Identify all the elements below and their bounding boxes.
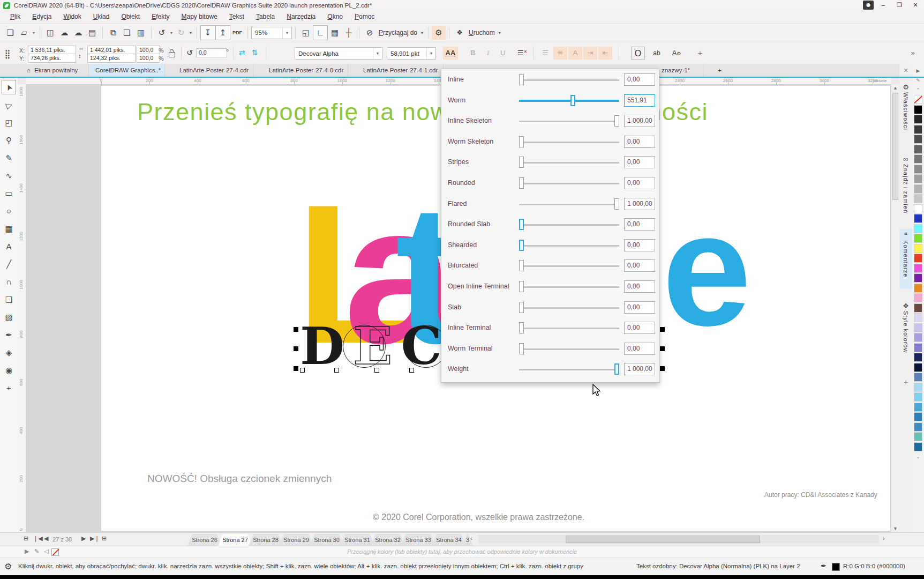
- text-properties-button[interactable]: A⚙: [668, 47, 685, 60]
- pdf-icon[interactable]: PDF: [230, 26, 244, 40]
- show-grid-icon[interactable]: ▦: [328, 26, 342, 40]
- vf-value-rounded-slab[interactable]: 0,00: [624, 218, 655, 231]
- drop-cap-button[interactable]: A: [568, 47, 582, 60]
- vf-slider-thumb-open-inline-terminal[interactable]: [519, 281, 524, 292]
- vf-slider-rounded[interactable]: [519, 183, 619, 184]
- outline-position-button[interactable]: O: [631, 47, 645, 60]
- chevron-down-icon[interactable]: ▾: [419, 31, 425, 35]
- copyright-caption[interactable]: © 2020 Corel Corporation, wszelkie prawa…: [373, 513, 584, 522]
- color-swatch-8a8a8a[interactable]: [914, 165, 922, 174]
- vertical-scroll-thumb[interactable]: [892, 93, 898, 200]
- collapse-propbar-button[interactable]: »: [906, 47, 919, 60]
- font-size-combo[interactable]: 58,901 pkt ▾: [387, 47, 436, 60]
- add-property-button[interactable]: +: [694, 47, 707, 60]
- bold-button[interactable]: B: [467, 47, 479, 60]
- vf-slider-rounded-slab[interactable]: [519, 224, 619, 226]
- add-docker-icon[interactable]: +: [899, 378, 912, 387]
- vf-slider-worm-terminal[interactable]: [519, 348, 619, 350]
- scroll-down-icon[interactable]: ▼: [891, 525, 899, 532]
- pick-tool[interactable]: ➤: [2, 80, 16, 94]
- color-swatch-262626[interactable]: [914, 115, 922, 124]
- color-swatch-3a3a3a[interactable]: [914, 125, 922, 134]
- vf-slider-inline[interactable]: [519, 79, 619, 81]
- vf-value-worm-skeleton[interactable]: 0,00: [624, 136, 655, 148]
- color-swatch-ef4fd8[interactable]: [914, 264, 922, 273]
- page-tab-strona-33[interactable]: Strona 33: [401, 534, 435, 546]
- vf-slider-thumb-bifurcated[interactable]: [519, 260, 524, 271]
- vf-slider-thumb-shearded[interactable]: [519, 240, 524, 251]
- increase-indent-button[interactable]: ⇥: [583, 47, 597, 60]
- menu-pomoc[interactable]: Pomoc: [349, 11, 380, 23]
- mirror-vertical-icon[interactable]: ⇅: [252, 48, 258, 57]
- artwork-letter-e[interactable]: e: [662, 189, 752, 350]
- chevron-down-icon[interactable]: ▾: [497, 31, 502, 35]
- vf-slider-thumb-rounded[interactable]: [519, 177, 524, 189]
- document-tab-latinarte-poster-27-4-0-cdr[interactable]: LatinArte-Poster-27-4-0.cdr: [264, 64, 348, 77]
- italic-button[interactable]: I: [482, 47, 494, 60]
- scale-v-field[interactable]: 100,0: [137, 54, 160, 63]
- glyph-node-marker[interactable]: [300, 368, 305, 373]
- page-tab-strona-32[interactable]: Strona 32: [371, 534, 405, 546]
- freehand-tool[interactable]: ✎: [2, 151, 16, 165]
- chevron-down-icon[interactable]: ▾: [31, 31, 36, 35]
- color-swatch-e8891d[interactable]: [914, 284, 922, 293]
- color-swatch-5b82b5[interactable]: [914, 373, 922, 382]
- object-height-field[interactable]: 124,32 piks.: [87, 54, 136, 63]
- text-tool[interactable]: A: [2, 239, 16, 254]
- zoom-tool[interactable]: ⚲: [2, 133, 16, 147]
- vf-value-inline-terminal[interactable]: 0,00: [624, 322, 655, 334]
- vf-slider-thumb-slab[interactable]: [519, 302, 524, 313]
- color-swatch-1f6da0[interactable]: [914, 442, 922, 451]
- new-document-tab-button[interactable]: +: [712, 64, 726, 77]
- color-swatch-2d7fb8[interactable]: [914, 412, 922, 421]
- page-tab-strona-34[interactable]: Strona 34: [432, 534, 466, 546]
- ellipse-tool[interactable]: ○: [2, 204, 16, 218]
- play-icon[interactable]: ▶: [25, 548, 29, 555]
- artistic-media-tool[interactable]: ∿: [2, 168, 16, 183]
- color-swatch-ffffff[interactable]: [914, 204, 922, 213]
- last-page-button[interactable]: ▶❘: [90, 535, 100, 542]
- vf-slider-bifurcated[interactable]: [519, 265, 619, 267]
- vf-value-shearded[interactable]: 0,00: [624, 239, 655, 251]
- y-position-field[interactable]: 734,26 piks.: [28, 54, 76, 63]
- vf-value-worm-terminal[interactable]: 0,00: [624, 343, 655, 355]
- vertical-scrollbar[interactable]: ▲ ▼: [891, 84, 899, 532]
- document-tab-coreldraw-graphics[interactable]: CorelDRAW Graphics..*: [90, 64, 165, 77]
- vf-slider-thumb-worm-skeleton[interactable]: [519, 136, 524, 147]
- snap-off-icon[interactable]: ⊘: [363, 26, 377, 40]
- save-icon[interactable]: ◫: [43, 26, 57, 40]
- vf-value-slab[interactable]: 0,00: [624, 301, 655, 314]
- vf-value-bifurcated[interactable]: 0,00: [624, 259, 655, 272]
- vf-slider-thumb-inline-skeleton[interactable]: [614, 115, 619, 127]
- color-swatch-7a1ea6[interactable]: [914, 273, 922, 283]
- menu-mapy-bitowe[interactable]: Mapy bitowe: [175, 11, 223, 23]
- color-swatch-e43d20[interactable]: [914, 254, 922, 263]
- vf-slider-inline-terminal[interactable]: [519, 328, 619, 329]
- menu-okno[interactable]: Okno: [321, 11, 349, 23]
- page-tab-strona-30[interactable]: Strona 30: [310, 534, 344, 546]
- vf-slider-inline-skeleton[interactable]: [519, 121, 619, 122]
- menu-widok[interactable]: Widok: [57, 11, 87, 23]
- close-docker-icon[interactable]: ✕: [899, 67, 912, 74]
- no-color-swatch[interactable]: [51, 548, 59, 556]
- import-icon[interactable]: ↧: [200, 25, 215, 40]
- docker-tab-właściwości[interactable]: ⚙Właściwości: [899, 81, 912, 140]
- document-tab-znazwy-1[interactable]: znazwy-1*: [656, 64, 703, 77]
- vf-slider-thumb-worm[interactable]: [570, 95, 575, 106]
- restore-button[interactable]: ❐: [893, 1, 906, 10]
- color-swatch-000000[interactable]: [914, 105, 922, 114]
- scroll-up-icon[interactable]: ▲: [891, 84, 899, 92]
- vf-value-inline-skeleton[interactable]: 1 000,00: [624, 115, 655, 127]
- document-tab-latinarte-poster-27-4-cdr[interactable]: LatinArte-Poster-27-4.cdr: [174, 64, 253, 77]
- color-swatch-b2b2b2[interactable]: [914, 184, 922, 194]
- color-swatch-6ef7ff[interactable]: [914, 224, 922, 233]
- paste-icon[interactable]: ⧉: [106, 26, 120, 40]
- color-swatch-7fd0ef[interactable]: [914, 392, 922, 402]
- vf-slider-open-inline-terminal[interactable]: [519, 286, 619, 288]
- zoom-level-combo[interactable]: 95%▾: [251, 27, 292, 39]
- color-swatch-1a2560[interactable]: [914, 353, 922, 362]
- previous-page-button[interactable]: ◀: [44, 535, 48, 542]
- next-page-button[interactable]: ▶: [81, 535, 86, 542]
- menu-tabela[interactable]: Tabela: [250, 11, 281, 23]
- add-page-start-button[interactable]: ⊞: [24, 535, 28, 542]
